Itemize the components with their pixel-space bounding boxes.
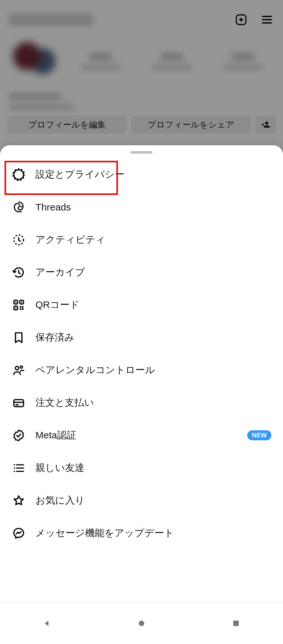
menu-item-label: 注文と支払い bbox=[35, 396, 271, 409]
menu-item-messenger[interactable]: メッセージ機能をアップデート bbox=[0, 517, 283, 549]
menu-item-saved[interactable]: 保存済み bbox=[0, 321, 283, 354]
menu-item-label: Threads bbox=[35, 202, 271, 213]
menu-item-label: メッセージ機能をアップデート bbox=[35, 526, 271, 540]
menu-item-parental[interactable]: ペアレンタルコントロール bbox=[0, 354, 283, 386]
menu-item-qr[interactable]: QRコード bbox=[0, 289, 283, 321]
settings-icon bbox=[12, 168, 26, 182]
star-icon bbox=[12, 494, 26, 508]
menu-item-meta[interactable]: Meta認証NEW bbox=[0, 419, 283, 452]
menu-item-label: アクティビティ bbox=[35, 233, 271, 246]
sheet-drag-handle[interactable] bbox=[131, 151, 152, 154]
menu-item-payments[interactable]: 注文と支払い bbox=[0, 386, 283, 419]
menu-item-close[interactable]: 親しい友達 bbox=[0, 452, 283, 484]
system-navbar bbox=[0, 602, 283, 644]
svg-rect-7 bbox=[233, 620, 239, 626]
nav-back-button[interactable] bbox=[34, 610, 60, 636]
menu-item-archive[interactable]: アーカイブ bbox=[0, 256, 283, 289]
qr-icon bbox=[12, 298, 26, 312]
closefr-icon bbox=[12, 461, 26, 475]
new-badge: NEW bbox=[247, 430, 271, 440]
menu-item-label: 保存済み bbox=[35, 331, 271, 344]
activity-icon bbox=[12, 233, 26, 247]
archive-icon bbox=[12, 265, 26, 280]
nav-home-button[interactable] bbox=[129, 610, 154, 636]
menu-item-activity[interactable]: アクティビティ bbox=[0, 223, 283, 256]
nav-recent-button[interactable] bbox=[223, 610, 249, 636]
menu-item-label: 親しい友達 bbox=[35, 461, 271, 475]
menu-item-label: 設定とプライバシー bbox=[35, 168, 271, 181]
svg-point-6 bbox=[139, 620, 144, 626]
menu-list: 設定とプライバシーThreadsアクティビティアーカイブQRコード保存済みペアレ… bbox=[0, 158, 283, 549]
menu-item-favorites[interactable]: お気に入り bbox=[0, 484, 283, 517]
menu-item-label: お気に入り bbox=[35, 494, 271, 507]
menu-item-label: QRコード bbox=[35, 298, 271, 312]
messenger-icon bbox=[12, 526, 26, 540]
verified-icon bbox=[12, 428, 26, 443]
bookmark-icon bbox=[12, 331, 26, 345]
card-icon bbox=[12, 396, 26, 410]
parental-icon bbox=[12, 363, 26, 377]
menu-item-settings[interactable]: 設定とプライバシー bbox=[0, 158, 283, 191]
threads-icon bbox=[12, 200, 26, 214]
menu-item-label: アーカイブ bbox=[35, 266, 271, 279]
menu-item-label: Meta認証 bbox=[35, 429, 238, 442]
menu-item-threads[interactable]: Threads bbox=[0, 191, 283, 223]
menu-item-label: ペアレンタルコントロール bbox=[35, 363, 271, 377]
bottom-sheet: 設定とプライバシーThreadsアクティビティアーカイブQRコード保存済みペアレ… bbox=[0, 145, 283, 602]
